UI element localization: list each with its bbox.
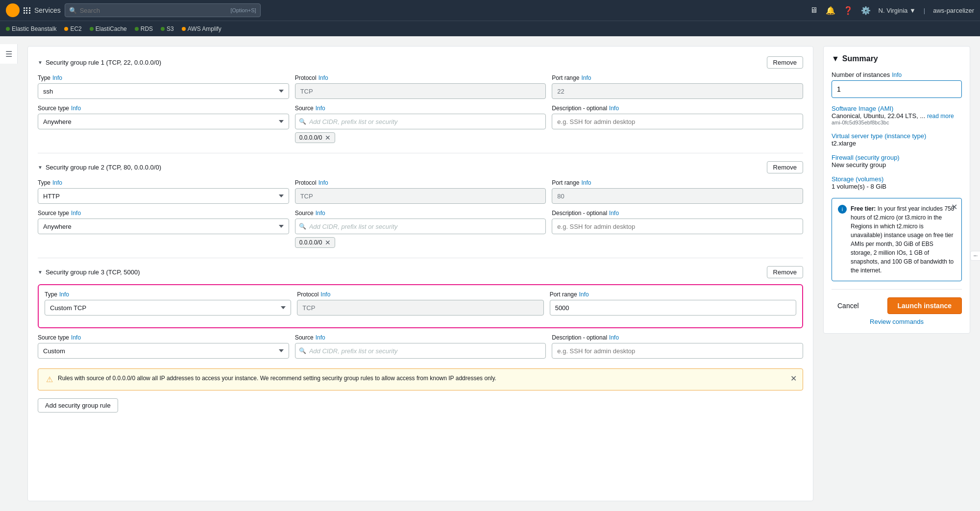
shortcut-s3[interactable]: S3 — [161, 25, 174, 32]
rule1-port-label: Port range Info — [552, 74, 803, 81]
rule1-header: ▼ Security group rule 1 (TCP, 22, 0.0.0.… — [38, 56, 803, 69]
search-bar[interactable]: 🔍 [Option+S] — [65, 3, 261, 17]
security-rule-3: ▼ Security group rule 3 (TCP, 5000) Remo… — [38, 266, 803, 359]
protocol2-info-link[interactable]: Info — [318, 179, 328, 186]
shortcut-label: EC2 — [70, 25, 81, 32]
rule3-port-label: Port range Info — [550, 291, 796, 298]
rule3-description-input[interactable] — [552, 343, 803, 359]
rule3-port-field: Port range Info — [550, 291, 796, 316]
port3-info-link[interactable]: Info — [579, 291, 589, 298]
desc3-info-link[interactable]: Info — [609, 334, 619, 341]
ami-read-more-link[interactable]: read more — [927, 113, 954, 120]
rule3-title-row: ▼ Security group rule 3 (TCP, 5000) — [38, 268, 140, 276]
instance-type-section: Virtual server type (instance type) t2.x… — [832, 132, 962, 147]
question-icon[interactable]: ❓ — [843, 6, 853, 15]
rule1-port-field: Port range Info — [552, 74, 803, 99]
rule3-port-input[interactable] — [550, 300, 796, 316]
instances-input[interactable] — [832, 80, 962, 98]
free-tier-close-button[interactable]: ✕ — [951, 202, 957, 212]
form-panel: ▼ Security group rule 1 (TCP, 22, 0.0.0.… — [27, 46, 813, 501]
monitor-icon[interactable]: 🖥 — [810, 6, 818, 15]
remove-rule1-button[interactable]: Remove — [767, 56, 803, 69]
chevron-down-icon: ▼ — [38, 60, 43, 65]
rule2-source-input[interactable] — [295, 219, 546, 234]
remove-rule3-button[interactable]: Remove — [767, 266, 803, 278]
rule2-type-select[interactable]: HTTP — [38, 188, 289, 204]
instances-info-link[interactable]: Info — [892, 72, 902, 78]
source-info-link[interactable]: Info — [316, 105, 325, 112]
type2-info-link[interactable]: Info — [52, 179, 62, 186]
review-commands-link[interactable]: Review commands — [870, 318, 924, 325]
port-info-link[interactable]: Info — [581, 74, 591, 81]
grid-icon[interactable] — [24, 7, 30, 14]
shortcut-amplify[interactable]: AWS Amplify — [182, 25, 221, 32]
search-input[interactable] — [80, 7, 228, 14]
rule2-source-field: Source Info 🔍 0.0.0.0/0 ✕ — [295, 210, 546, 248]
main-layout: ▼ Security group rule 1 (TCP, 22, 0.0.0.… — [0, 36, 980, 511]
instance-type-link[interactable]: Virtual server type (instance type) — [832, 132, 926, 140]
rule3-source-type-select[interactable]: Custom — [38, 343, 289, 359]
firewall-link[interactable]: Firewall (security group) — [832, 154, 900, 161]
instances-section: Number of instances Info — [832, 71, 962, 98]
shortcut-elastic-beanstalk[interactable]: Elastic Beanstalk — [6, 25, 56, 32]
port2-info-link[interactable]: Info — [581, 179, 591, 186]
rule1-top-fields: Type Info ssh Protocol Info — [38, 74, 803, 99]
rule2-desc-label: Description - optional Info — [552, 210, 803, 217]
rule1-type-select[interactable]: ssh — [38, 83, 289, 99]
gear-icon[interactable]: ⚙️ — [861, 6, 871, 15]
storage-section: Storage (volumes) 1 volume(s) - 8 GiB — [832, 175, 962, 190]
desc2-info-link[interactable]: Info — [609, 210, 619, 217]
source-search-icon: 🔍 — [299, 118, 306, 125]
source-type-info-link[interactable]: Info — [71, 105, 81, 112]
services-link[interactable]: Services — [34, 6, 61, 14]
bell-icon[interactable]: 🔔 — [826, 6, 835, 15]
source2-search-icon: 🔍 — [299, 223, 306, 230]
desc-info-link[interactable]: Info — [609, 105, 619, 112]
rule1-description-input[interactable] — [552, 114, 803, 129]
rule2-cidr-remove[interactable]: ✕ — [325, 239, 331, 246]
protocol3-info-link[interactable]: Info — [320, 291, 330, 298]
source-type2-info-link[interactable]: Info — [71, 210, 81, 217]
sidebar-toggle[interactable]: ☰ — [0, 44, 18, 64]
rule1-source-type-field: Source type Info Anywhere — [38, 105, 289, 143]
source-type3-info-link[interactable]: Info — [71, 334, 81, 341]
warning-close-button[interactable]: ✕ — [790, 374, 797, 383]
rds-icon — [135, 27, 139, 31]
source3-info-link[interactable]: Info — [316, 334, 325, 341]
storage-link[interactable]: Storage (volumes) — [832, 175, 883, 183]
firewall-value: New security group — [832, 161, 962, 169]
type-info-link[interactable]: Info — [52, 74, 62, 81]
summary-panel: ▼ Summary Number of instances Info Softw… — [823, 46, 970, 501]
remove-rule2-button[interactable]: Remove — [767, 161, 803, 173]
rule2-description-input[interactable] — [552, 219, 803, 234]
rule1-cidr-remove[interactable]: ✕ — [325, 134, 331, 142]
protocol-info-link[interactable]: Info — [318, 74, 328, 81]
rule1-source-type-label: Source type Info — [38, 105, 289, 112]
rule1-source-input[interactable] — [295, 114, 546, 129]
shortcut-rds[interactable]: RDS — [135, 25, 153, 32]
cancel-button[interactable]: Cancel — [832, 298, 865, 314]
ami-value: Canonical, Ubuntu, 22.04 LTS, ... read m… — [832, 112, 962, 120]
shortcut-elasticache[interactable]: ElastiCache — [90, 25, 127, 32]
ami-link[interactable]: Software Image (AMI) — [832, 105, 893, 112]
rule3-title: Security group rule 3 (TCP, 5000) — [46, 268, 140, 276]
rule2-header: ▼ Security group rule 2 (TCP, 80, 0.0.0.… — [38, 161, 803, 173]
shortcut-ec2[interactable]: EC2 — [64, 25, 81, 32]
account-menu[interactable]: aws-parcelizer — [933, 7, 974, 14]
right-edge-tab[interactable]: i — [970, 250, 980, 260]
rule2-type-field: Type Info HTTP — [38, 179, 289, 204]
rule2-port-label: Port range Info — [552, 179, 803, 186]
region-selector[interactable]: N. Virginia ▼ — [879, 7, 916, 14]
launch-instance-button[interactable]: Launch instance — [887, 297, 962, 314]
type3-info-link[interactable]: Info — [59, 291, 69, 298]
storage-value: 1 volume(s) - 8 GiB — [832, 183, 962, 190]
rule3-source-input[interactable] — [295, 343, 546, 359]
source2-info-link[interactable]: Info — [316, 210, 325, 217]
rule1-source-type-select[interactable]: Anywhere — [38, 114, 289, 129]
add-security-group-rule-button[interactable]: Add security group rule — [38, 398, 118, 413]
rule3-type-select[interactable]: Custom TCP — [45, 300, 291, 316]
rule2-source-type-select[interactable]: Anywhere — [38, 219, 289, 234]
warning-text: Rules with source of 0.0.0.0/0 allow all… — [58, 375, 795, 382]
rule2-description-field: Description - optional Info — [552, 210, 803, 248]
free-tier-header: i Free tier: In your first year includes… — [838, 204, 956, 275]
